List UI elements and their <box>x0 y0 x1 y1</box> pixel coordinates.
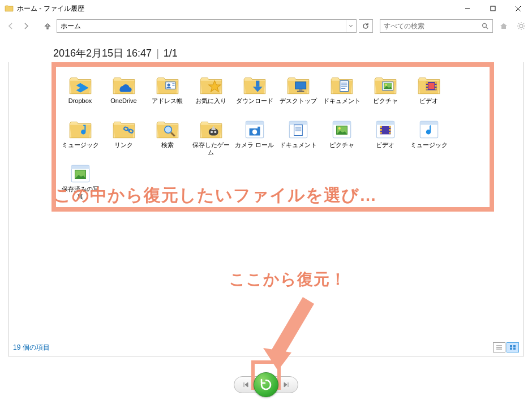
folder-item[interactable]: 検索 <box>145 115 189 158</box>
folder-icon <box>199 74 224 96</box>
svg-rect-50 <box>294 125 302 136</box>
folder-label: ダウンロード <box>236 97 273 112</box>
svg-rect-59 <box>380 132 381 134</box>
folder-label: ビデオ <box>376 141 394 156</box>
svg-rect-1 <box>491 6 495 11</box>
status-bar: 19 個の項目 <box>13 341 519 354</box>
annotation-select: この中から復元したいファイルを選び… <box>54 184 501 207</box>
folder-label: お気に入り <box>195 97 226 112</box>
svg-rect-20 <box>295 82 306 89</box>
svg-point-4 <box>483 23 487 27</box>
svg-rect-34 <box>426 88 427 89</box>
folder-icon <box>286 74 311 96</box>
folder-item[interactable]: ビデオ <box>363 115 407 158</box>
snapshot-datetime: 2016年2月15日 16:47 <box>53 46 152 60</box>
snapshot-page: 1/1 <box>164 48 178 59</box>
svg-point-55 <box>338 127 340 130</box>
svg-point-46 <box>214 131 216 133</box>
svg-rect-35 <box>435 82 436 84</box>
folder-label: ドキュメント <box>280 141 317 156</box>
folder-icon <box>68 118 93 140</box>
folder-icon <box>417 74 441 96</box>
svg-rect-60 <box>389 126 391 128</box>
search-input[interactable] <box>380 20 479 32</box>
folder-label: ピクチャ <box>329 141 354 156</box>
svg-point-16 <box>167 83 170 86</box>
folder-label: カメラ ロール <box>235 141 274 156</box>
svg-line-14 <box>518 28 520 29</box>
folder-icon <box>111 74 136 96</box>
folder-item[interactable]: 保存したゲーム <box>189 115 233 158</box>
restore-button[interactable] <box>254 372 278 397</box>
bottom-controls <box>0 376 532 393</box>
navbar <box>0 17 532 35</box>
folder-label: リンク <box>114 141 133 156</box>
folder-label: 検索 <box>161 141 174 156</box>
annotation-restore: ここから復元！ <box>229 269 346 290</box>
svg-rect-21 <box>299 89 302 91</box>
search-icon[interactable] <box>479 20 492 32</box>
next-button[interactable] <box>278 377 294 393</box>
view-details-button[interactable] <box>493 342 505 352</box>
folder-item[interactable]: ミュージック <box>407 115 451 158</box>
folder-item[interactable]: ミュージック <box>58 115 102 158</box>
item-count: 19 個の項目 <box>13 343 50 352</box>
maximize-button[interactable] <box>480 0 505 17</box>
folder-label: ミュージック <box>62 141 99 156</box>
folder-item[interactable]: デスクトップ <box>276 71 320 114</box>
folder-label: ミュージック <box>410 141 448 156</box>
refresh-button[interactable] <box>359 19 373 33</box>
svg-point-42 <box>164 126 171 134</box>
folder-icon <box>329 74 354 96</box>
svg-rect-49 <box>258 127 260 128</box>
folder-item[interactable]: OneDrive <box>102 71 145 114</box>
arrow-icon <box>252 291 320 371</box>
svg-rect-22 <box>297 91 304 92</box>
folder-item[interactable]: ピクチャ <box>363 71 407 114</box>
address-bar[interactable] <box>57 19 357 33</box>
search-box[interactable] <box>380 19 493 33</box>
address-input[interactable] <box>57 20 346 32</box>
folder-icon <box>155 74 180 96</box>
folder-item[interactable]: ダウンロード <box>233 71 276 114</box>
folder-icon <box>68 162 93 184</box>
folder-item[interactable]: ドキュメント <box>320 71 363 114</box>
window-title: ホーム - ファイル履歴 <box>17 4 454 14</box>
svg-point-6 <box>520 24 523 28</box>
svg-rect-38 <box>428 83 434 89</box>
view-icons-button[interactable] <box>507 342 519 352</box>
svg-rect-71 <box>510 348 512 350</box>
svg-rect-32 <box>426 82 427 84</box>
folder-label: ピクチャ <box>373 97 398 112</box>
folder-item[interactable]: ビデオ <box>407 71 451 114</box>
folder-item[interactable]: ドキュメント <box>276 115 320 158</box>
folder-item[interactable]: カメラ ロール <box>233 115 276 158</box>
folder-item[interactable]: リンク <box>102 115 145 158</box>
folder-item[interactable]: お気に入り <box>189 71 233 114</box>
minimize-button[interactable] <box>454 0 480 17</box>
folder-icon <box>111 118 136 140</box>
close-button[interactable] <box>505 0 531 17</box>
folder-icon <box>373 74 398 96</box>
folder-label: 保存したゲーム <box>190 141 231 156</box>
folder-icon <box>199 118 224 140</box>
svg-point-45 <box>210 131 212 133</box>
folder-item[interactable]: Dropbox <box>58 71 102 114</box>
folder-label: ドキュメント <box>323 97 361 112</box>
svg-rect-57 <box>380 126 381 128</box>
address-dropdown-icon[interactable] <box>346 20 356 32</box>
folder-label: Dropbox <box>68 97 92 112</box>
forward-button[interactable] <box>20 19 33 33</box>
gear-icon[interactable] <box>514 19 527 33</box>
svg-rect-19 <box>256 81 259 87</box>
header-separator: | <box>156 48 159 59</box>
view-toggles <box>493 342 519 352</box>
folder-icon <box>329 118 354 140</box>
folder-label: アドレス帳 <box>152 97 183 112</box>
up-button[interactable] <box>41 19 54 33</box>
folder-item[interactable]: アドレス帳 <box>145 71 189 114</box>
back-button[interactable] <box>5 19 18 33</box>
home-icon[interactable] <box>497 19 510 33</box>
folder-item[interactable]: ピクチャ <box>320 115 363 158</box>
svg-rect-70 <box>513 345 516 347</box>
